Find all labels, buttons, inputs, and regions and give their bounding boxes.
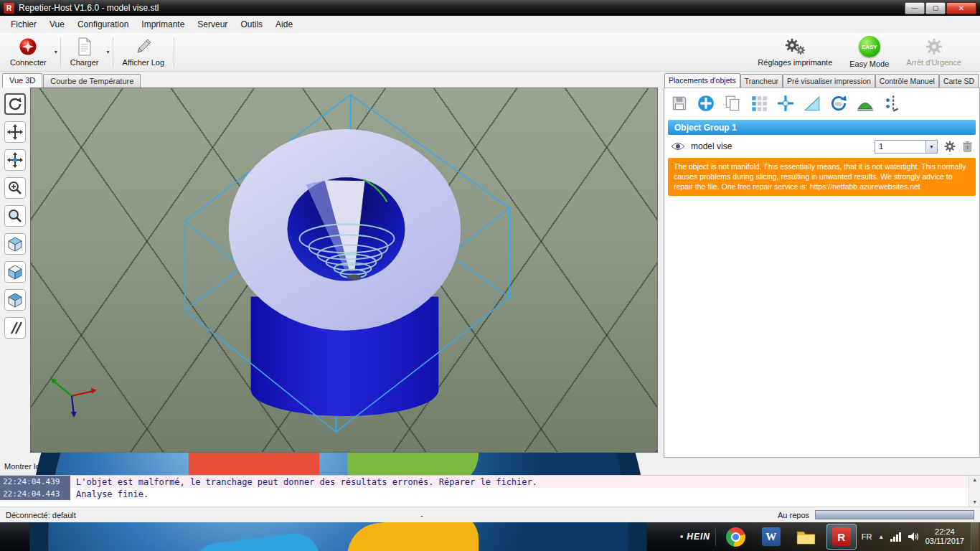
word-icon: W bbox=[762, 527, 781, 546]
move-object-tool[interactable] bbox=[4, 149, 26, 171]
tab-placements-objets[interactable]: Placements d'objets bbox=[664, 73, 740, 88]
menu-configuration[interactable]: Configuration bbox=[71, 17, 135, 32]
object-name: model vise bbox=[691, 141, 795, 151]
printer-state: Au repos bbox=[778, 511, 809, 519]
toolbar-glyph-icon bbox=[680, 532, 683, 541]
close-button[interactable]: ✕ bbox=[946, 2, 976, 14]
tab-previsualiser[interactable]: Pré visualiser impression bbox=[783, 74, 875, 88]
copy-object-button[interactable] bbox=[721, 92, 744, 115]
copies-dropdown[interactable]: 1 ▼ bbox=[875, 140, 938, 154]
rotate-object-button[interactable] bbox=[827, 92, 850, 115]
tab-controle-manuel[interactable]: Contrôle Manuel bbox=[875, 74, 939, 88]
viewport-3d[interactable] bbox=[30, 88, 658, 453]
object-analysis-button[interactable] bbox=[880, 92, 903, 115]
center-object-button[interactable] bbox=[774, 92, 797, 115]
connect-dropdown-arrow[interactable]: ▾ bbox=[55, 49, 57, 55]
taskbar-toolbar-hein[interactable]: HEIN bbox=[680, 524, 710, 550]
connection-status: Déconnecté: default bbox=[6, 511, 76, 519]
load-dropdown-arrow[interactable]: ▾ bbox=[107, 49, 110, 55]
model-hole-bottom bbox=[347, 275, 361, 281]
zoom-in-tool[interactable] bbox=[4, 177, 26, 199]
progress-bar bbox=[815, 510, 974, 519]
object-toolbar bbox=[668, 90, 976, 118]
tab-vue-3d[interactable]: Vue 3D bbox=[2, 73, 42, 88]
scale-icon bbox=[803, 94, 821, 113]
drop-object-button[interactable] bbox=[854, 92, 877, 115]
rotate-view-tool[interactable] bbox=[4, 93, 26, 115]
left-panel: Vue 3D Courbe de Température bbox=[0, 72, 659, 458]
analysis-icon bbox=[882, 94, 901, 113]
multiply-grid-button[interactable] bbox=[748, 92, 771, 115]
easy-mode-button[interactable]: EASY Easy Mode bbox=[842, 34, 896, 70]
object-row[interactable]: model vise 1 ▼ bbox=[668, 137, 976, 156]
visibility-eye-icon[interactable] bbox=[671, 141, 685, 151]
taskbar-repetier-host[interactable]: R bbox=[826, 524, 857, 550]
object-placement-panel: Object Group 1 model vise 1 ▼ The object… bbox=[664, 88, 980, 458]
scroll-down-icon[interactable]: ▼ bbox=[973, 499, 976, 505]
emergency-stop-button[interactable]: Arrêt d'Urgence bbox=[899, 34, 969, 70]
taskbar-word[interactable]: W bbox=[756, 524, 786, 550]
delete-object-trash-icon[interactable] bbox=[962, 141, 973, 153]
system-tray: FR ▲ 22:24 03/11/2017 bbox=[862, 522, 979, 551]
volume-icon[interactable] bbox=[908, 532, 919, 542]
clock-date: 03/11/2017 bbox=[925, 537, 964, 546]
language-indicator[interactable]: FR bbox=[862, 532, 872, 541]
log-entry: 22:24:04.443 Analyse finie. bbox=[0, 488, 980, 500]
log-scrollbar[interactable]: ▲▼ bbox=[969, 476, 980, 507]
windows-taskbar: HEIN W R FR ▲ 22:24 03/11/2017 bbox=[0, 522, 980, 551]
center-icon bbox=[776, 94, 795, 113]
emergency-stop-icon bbox=[925, 37, 943, 56]
taskbar-explorer[interactable] bbox=[791, 524, 821, 550]
window-titlebar: R Repetier-Host V1.6.0 - model vise.stl … bbox=[0, 0, 980, 16]
toolbar-right-group: Réglages imprimante EASY Easy Mode Arrêt… bbox=[750, 34, 977, 70]
taskbar-chrome[interactable] bbox=[721, 524, 751, 550]
tab-carte-sd[interactable]: Carte SD bbox=[939, 74, 979, 88]
rotate-object-icon bbox=[829, 94, 848, 113]
save-icon bbox=[670, 94, 689, 113]
minimize-button[interactable]: — bbox=[905, 2, 925, 14]
scale-object-button[interactable] bbox=[801, 92, 824, 115]
network-icon[interactable] bbox=[890, 532, 901, 542]
status-center: - bbox=[420, 511, 423, 519]
load-button[interactable]: Charger bbox=[63, 34, 106, 70]
move-object-icon bbox=[7, 152, 23, 168]
tab-courbe-temperature[interactable]: Courbe de Température bbox=[43, 74, 141, 88]
status-right: Au repos bbox=[778, 510, 974, 519]
pencil-icon bbox=[134, 37, 153, 56]
show-log-button[interactable]: Afficher Log bbox=[116, 34, 172, 70]
add-object-button[interactable] bbox=[694, 92, 717, 115]
easy-mode-icon: EASY bbox=[859, 36, 880, 57]
log-entry: 22:24:04.439 L'objet est malformé, le tr… bbox=[0, 476, 980, 488]
main-toolbar: Connecter ▾ Charger ▾ Afficher Log Régla… bbox=[0, 33, 980, 72]
log-timestamp: 22:24:04.439 bbox=[0, 476, 70, 488]
printer-settings-button[interactable]: Réglages imprimante bbox=[750, 34, 839, 70]
menu-serveur[interactable]: Serveur bbox=[191, 17, 234, 32]
menu-imprimante[interactable]: Imprimante bbox=[135, 17, 191, 32]
log-area[interactable]: 22:24:04.439 L'objet est malformé, le tr… bbox=[0, 475, 980, 507]
tab-trancheur[interactable]: Trancheur bbox=[740, 74, 783, 88]
menu-vue[interactable]: Vue bbox=[43, 17, 71, 32]
save-object-button[interactable] bbox=[668, 92, 691, 115]
log-timestamp: 22:24:04.443 bbox=[0, 488, 70, 500]
chrome-icon bbox=[726, 527, 745, 547]
object-group-header[interactable]: Object Group 1 bbox=[668, 120, 976, 135]
grid-icon bbox=[750, 94, 768, 113]
menu-aide[interactable]: Aide bbox=[269, 17, 299, 32]
hidden-icons-chevron-icon[interactable]: ▲ bbox=[878, 534, 884, 540]
menu-fichier[interactable]: Fichier bbox=[4, 17, 43, 32]
scroll-up-icon[interactable]: ▲ bbox=[973, 477, 976, 483]
pan-view-tool[interactable] bbox=[4, 121, 26, 143]
repetier-host-window: R Repetier-Host V1.6.0 - model vise.stl … bbox=[0, 0, 980, 551]
taskbar-clock[interactable]: 22:24 03/11/2017 bbox=[925, 527, 964, 546]
menu-outils[interactable]: Outils bbox=[234, 17, 269, 32]
3d-scene bbox=[31, 88, 657, 452]
show-desktop-button[interactable] bbox=[971, 522, 979, 551]
object-settings-gear-icon[interactable] bbox=[943, 140, 956, 153]
connect-button[interactable]: Connecter bbox=[3, 34, 54, 70]
app-icon: R bbox=[4, 3, 14, 14]
copy-icon bbox=[723, 94, 742, 113]
toolbar-separator bbox=[113, 37, 113, 67]
maximize-button[interactable]: ▢ bbox=[925, 2, 946, 14]
view-tabs: Vue 3D Courbe de Température bbox=[0, 72, 659, 88]
right-panel: Placements d'objets Trancheur Pré visual… bbox=[664, 72, 980, 458]
